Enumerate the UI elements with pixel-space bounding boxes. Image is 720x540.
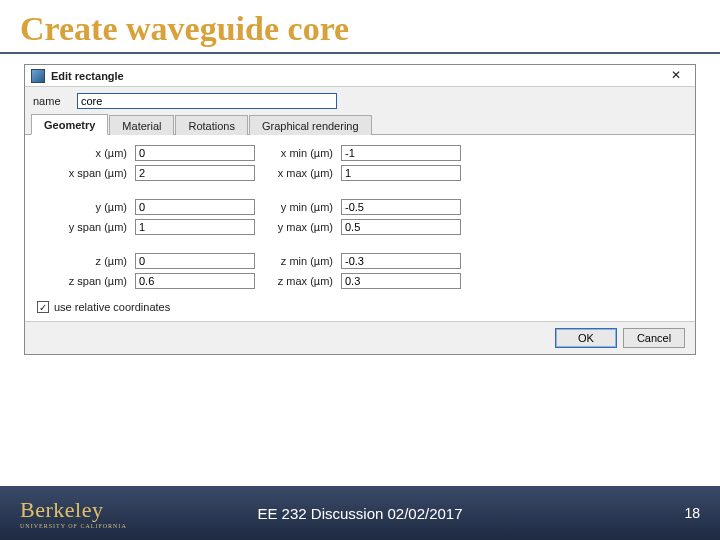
slide-footer: Berkeley UNIVERSITY OF CALIFORNIA EE 232… <box>0 486 720 540</box>
name-label: name <box>33 95 71 107</box>
close-button[interactable]: ✕ <box>663 68 689 84</box>
xmin-label: x min (µm) <box>263 147 333 159</box>
zmin-input[interactable] <box>341 253 461 269</box>
dialog-title: Edit rectangle <box>51 70 663 82</box>
y-label: y (µm) <box>37 201 127 213</box>
zspan-label: z span (µm) <box>37 275 127 287</box>
edit-rectangle-dialog: Edit rectangle ✕ name Geometry Material … <box>24 64 696 355</box>
geometry-panel: x (µm) x min (µm) x span (µm) x max (µm)… <box>25 135 695 321</box>
name-input[interactable] <box>77 93 337 109</box>
tab-material[interactable]: Material <box>109 115 174 135</box>
ymin-label: y min (µm) <box>263 201 333 213</box>
relative-coordinates-row: ✓ use relative coordinates <box>37 301 683 313</box>
ok-button[interactable]: OK <box>555 328 617 348</box>
ymin-input[interactable] <box>341 199 461 215</box>
zmax-label: z max (µm) <box>263 275 333 287</box>
zspan-input[interactable] <box>135 273 255 289</box>
yspan-input[interactable] <box>135 219 255 235</box>
xmax-label: x max (µm) <box>263 167 333 179</box>
tab-geometry[interactable]: Geometry <box>31 114 108 135</box>
xspan-label: x span (µm) <box>37 167 127 179</box>
app-icon <box>31 69 45 83</box>
x-label: x (µm) <box>37 147 127 159</box>
slide-title: Create waveguide core <box>0 0 720 54</box>
tab-graphical-rendering[interactable]: Graphical rendering <box>249 115 372 135</box>
x-input[interactable] <box>135 145 255 161</box>
dialog-titlebar: Edit rectangle ✕ <box>25 65 695 87</box>
z-label: z (µm) <box>37 255 127 267</box>
logo-subtext: UNIVERSITY OF CALIFORNIA <box>20 523 127 529</box>
ymax-label: y max (µm) <box>263 221 333 233</box>
xmax-input[interactable] <box>341 165 461 181</box>
dialog-button-row: OK Cancel <box>25 321 695 354</box>
footer-center-text: EE 232 Discussion 02/02/2017 <box>0 505 720 522</box>
xspan-input[interactable] <box>135 165 255 181</box>
relative-coordinates-checkbox[interactable]: ✓ <box>37 301 49 313</box>
yspan-label: y span (µm) <box>37 221 127 233</box>
name-row: name <box>25 87 695 113</box>
zmax-input[interactable] <box>341 273 461 289</box>
relative-coordinates-label: use relative coordinates <box>54 301 170 313</box>
y-input[interactable] <box>135 199 255 215</box>
xmin-input[interactable] <box>341 145 461 161</box>
z-input[interactable] <box>135 253 255 269</box>
tab-rotations[interactable]: Rotations <box>175 115 247 135</box>
cancel-button[interactable]: Cancel <box>623 328 685 348</box>
ymax-input[interactable] <box>341 219 461 235</box>
zmin-label: z min (µm) <box>263 255 333 267</box>
tab-strip: Geometry Material Rotations Graphical re… <box>25 113 695 135</box>
